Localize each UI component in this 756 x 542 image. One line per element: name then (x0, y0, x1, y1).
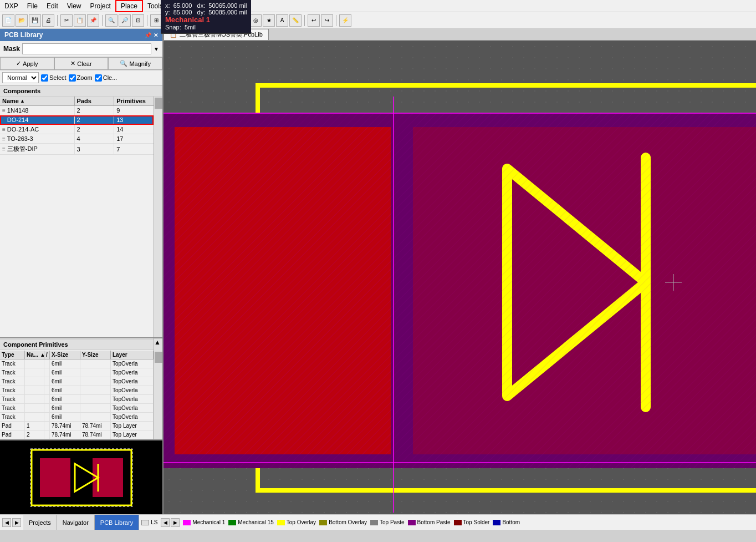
layer-bottomoverlay[interactable]: Bottom Overlay (319, 519, 367, 525)
layer-topoverlay[interactable]: Top Overlay (277, 519, 316, 525)
component-row-do214[interactable]: ≡DO-214 2 13 (0, 115, 154, 125)
prim-col-type[interactable]: Type (0, 351, 25, 359)
component-row-to263[interactable]: ≡TO-263-3 4 17 (0, 134, 154, 144)
layer-topsolder-label: Top Solder (463, 519, 490, 525)
prim-col-slash[interactable]: / (44, 351, 50, 359)
toolbar-zoomin[interactable]: 🔍 (105, 14, 118, 27)
zoom-checkbox-label[interactable]: Zoom (69, 74, 93, 82)
comp-name-1n4148: ≡1N4148 (0, 106, 75, 115)
layer-bottom[interactable]: Bottom (493, 519, 520, 525)
toolbar-measure[interactable]: 📏 (289, 14, 302, 27)
toolbar-print[interactable]: 🖨 (42, 14, 54, 27)
layer-bottompaste[interactable]: Bottom Paste (408, 519, 451, 525)
select-checkbox[interactable] (41, 74, 48, 82)
prim-row-4[interactable]: Track 6mil TopOverla (0, 395, 154, 404)
menu-place[interactable]: Place (115, 0, 143, 12)
menu-edit[interactable]: Edit (42, 1, 63, 11)
toolbar-open[interactable]: 📂 (16, 14, 28, 27)
tab-projects[interactable]: Projects (23, 515, 57, 530)
zoom-checkbox[interactable] (69, 74, 76, 82)
panel-pin-icon[interactable]: 📌 (145, 32, 151, 38)
prim-row-6[interactable]: Track 6mil TopOverla (0, 413, 154, 422)
toolbar-paste[interactable]: 📌 (87, 14, 99, 27)
preview-area (0, 439, 162, 514)
prim-row-5[interactable]: Track 6mil TopOverla (0, 404, 154, 413)
toolbar-extra[interactable]: ⚡ (339, 14, 351, 27)
select-checkbox-label[interactable]: Select (41, 74, 67, 82)
normal-select[interactable]: Normal (2, 72, 39, 83)
toolbar-copy[interactable]: 📋 (74, 14, 86, 27)
col-name[interactable]: Name▲ (0, 97, 75, 105)
clear-icon: ✕ (70, 60, 75, 67)
toolbar-zoomout[interactable]: 🔎 (119, 14, 131, 27)
menu-dxp[interactable]: DXP (0, 1, 23, 11)
prim-col-name[interactable]: Na... ▲ (25, 351, 44, 359)
prim-row-1[interactable]: Track 6mil TopOverla (0, 368, 154, 377)
sep6 (336, 15, 336, 26)
prim-cell-name-4 (25, 395, 44, 403)
status-tabs: Projects Navigator PCB Library (23, 515, 139, 530)
layer-mech1[interactable]: Mechanical 1 (183, 519, 225, 525)
toolbar-star[interactable]: ★ (263, 14, 275, 27)
menu-file[interactable]: File (23, 1, 42, 11)
prim-cell-type-3: Track (0, 386, 25, 394)
magnify-button[interactable]: 🔍 Magnify (108, 57, 162, 70)
prim-cell-layer-0: TopOverla (111, 359, 154, 368)
toolbar-text[interactable]: A (276, 14, 288, 27)
toolbar-save[interactable]: 💾 (29, 14, 41, 27)
comp-pads-1n4148: 2 (75, 106, 115, 115)
prim-col-layer[interactable]: Layer (111, 351, 154, 359)
nav-left[interactable]: ◀ (2, 518, 11, 527)
toolbar-new[interactable]: 📄 (2, 14, 14, 27)
nav-right[interactable]: ▶ (12, 518, 21, 527)
tab-navigator[interactable]: Navigator (57, 515, 95, 530)
canvas-area[interactable] (164, 41, 756, 514)
clear-button[interactable]: ✕ Clear (54, 57, 109, 70)
prim-cell-type-2: Track (0, 377, 25, 386)
tab-pcblibrary[interactable]: PCB Library (95, 515, 139, 530)
menu-project[interactable]: Project (86, 1, 115, 11)
prim-cell-ysize-5 (80, 404, 111, 412)
layer-mech15[interactable]: Mechanical 15 (228, 519, 273, 525)
prim-col-ysize[interactable]: Y-Size (80, 351, 111, 359)
prim-row-8[interactable]: Pad 2 78.74mi 78.74mi Top Layer (0, 430, 154, 439)
layer-ls[interactable]: LS (141, 519, 157, 525)
component-row-sandip[interactable]: ≡三极管-DIP 3 7 (0, 144, 154, 155)
clear-checkbox-label[interactable]: Cle... (95, 74, 118, 82)
panel-close-icon[interactable]: ✕ (154, 32, 158, 38)
toolbar-fit[interactable]: ⊡ (132, 14, 144, 27)
prim-cell-type-5: Track (0, 404, 25, 412)
components-scrollbar[interactable] (154, 97, 162, 337)
col-primitives[interactable]: Primitives (114, 97, 154, 105)
toolbar-cut[interactable]: ✂ (60, 14, 73, 27)
comp-prim-sandip: 7 (114, 144, 154, 154)
mask-input[interactable] (22, 43, 151, 54)
prim-row-0[interactable]: Track 6mil TopOverla (0, 359, 154, 368)
apply-button[interactable]: ✓ Apply (0, 57, 54, 70)
left-panel: PCB Library 📌 ✕ Mask ▼ ✓ Apply ✕ Clear 🔍 (0, 29, 164, 514)
magnify-label: Magnify (129, 60, 151, 67)
comp-name-do214: ≡DO-214 (0, 115, 75, 124)
col-pads[interactable]: Pads (75, 97, 115, 105)
primitives-scrollbar[interactable] (154, 351, 162, 439)
layer-toppaste[interactable]: Top Paste (370, 519, 404, 525)
toolbar-redo[interactable]: ↪ (321, 14, 333, 27)
layer-nav-left[interactable]: ◀ (161, 518, 170, 527)
clear-checkbox[interactable] (95, 74, 102, 82)
component-row-do214ac[interactable]: ≡DO-214-AC 2 14 (0, 125, 154, 134)
menu-view[interactable]: View (63, 1, 86, 11)
magnify-icon: 🔍 (120, 60, 127, 67)
primitives-scroll-up[interactable]: ▲ (154, 338, 162, 351)
layer-mech1-swatch (183, 520, 191, 525)
layer-nav-right[interactable]: ▶ (171, 518, 180, 527)
component-row-1n4148[interactable]: ≡1N4148 2 9 (0, 106, 154, 115)
prim-col-xsize[interactable]: X-Size (50, 351, 80, 359)
prim-row-2[interactable]: Track 6mil TopOverla (0, 377, 154, 386)
nav-arrows: ◀ ▶ (0, 518, 23, 527)
prim-row-7[interactable]: Pad 1 78.74mi 78.74mi Top Layer (0, 422, 154, 430)
prim-row-3[interactable]: Track 6mil TopOverla (0, 386, 154, 395)
layer-topsolder[interactable]: Top Solder (454, 519, 490, 525)
pcb-canvas-svg (164, 41, 756, 514)
mask-dropdown-icon[interactable]: ▼ (154, 46, 159, 52)
toolbar-undo[interactable]: ↩ (308, 14, 320, 27)
